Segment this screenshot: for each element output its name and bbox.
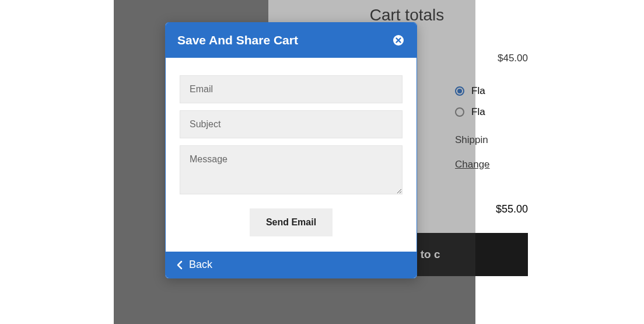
modal-header: Save And Share Cart [166, 23, 416, 58]
close-button[interactable] [392, 34, 405, 47]
modal-title: Save And Share Cart [177, 33, 298, 47]
back-button[interactable]: Back [166, 252, 416, 278]
save-share-cart-modal: Save And Share Cart Send Email Back [165, 22, 417, 278]
subject-field[interactable] [180, 110, 402, 138]
modal-body: Send Email [166, 58, 416, 252]
close-icon [393, 34, 404, 46]
message-field[interactable] [180, 145, 402, 194]
back-label: Back [189, 259, 212, 271]
chevron-left-icon [176, 260, 183, 270]
send-email-button[interactable]: Send Email [250, 208, 332, 236]
email-field[interactable] [180, 75, 402, 103]
